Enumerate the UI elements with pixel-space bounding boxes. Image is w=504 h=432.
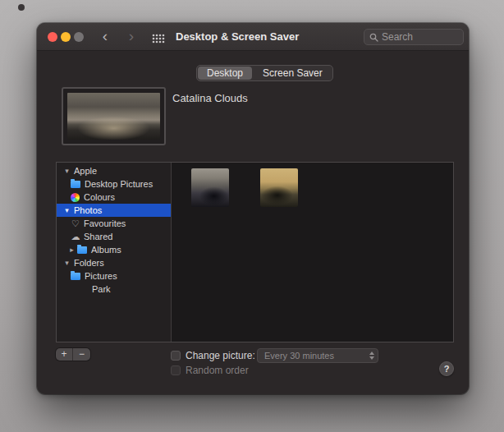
folder-icon — [71, 273, 80, 280]
sidebar-label: Colours — [84, 192, 115, 202]
popup-stepper-icon — [369, 349, 374, 362]
picture-thumbnail-2[interactable] — [260, 168, 298, 207]
minimize-button[interactable] — [61, 32, 71, 42]
interval-value: Every 30 minutes — [264, 351, 334, 361]
picture-thumbnail-1[interactable] — [191, 168, 229, 207]
help-button[interactable]: ? — [439, 361, 454, 376]
folder-icon — [71, 181, 80, 188]
current-picture-name: Catalina Clouds — [172, 92, 248, 104]
back-button[interactable]: ‹ — [98, 23, 112, 51]
disclosure-closed-icon[interactable]: ▸ — [68, 246, 76, 254]
sidebar-group-folders[interactable]: ▾ Folders — [57, 256, 171, 269]
sidebar-group-photos[interactable]: ▾ Photos — [57, 204, 171, 217]
sidebar-item-park[interactable]: Park — [57, 283, 171, 296]
forward-button[interactable]: › — [124, 23, 139, 51]
picture-browser: ▾ Apple Desktop Pictures Colours ▾ Photo… — [56, 162, 454, 342]
sidebar-label: Park — [92, 284, 111, 294]
sidebar-label: Desktop Pictures — [85, 179, 153, 189]
sidebar-item-albums[interactable]: ▸ Albums — [57, 243, 171, 256]
sidebar-item-desktop-pictures[interactable]: Desktop Pictures — [57, 177, 171, 191]
add-remove-control: + − — [56, 348, 90, 361]
tab-bar: Desktop Screen Saver — [196, 65, 333, 81]
current-picture-thumbnail — [67, 93, 160, 140]
sidebar-label: Photos — [74, 205, 102, 215]
cloud-icon: ☁ — [71, 232, 80, 241]
search-field[interactable] — [364, 29, 464, 45]
disclosure-open-icon[interactable]: ▾ — [63, 259, 71, 267]
change-picture-checkbox[interactable] — [171, 351, 181, 361]
sidebar-item-pictures[interactable]: Pictures — [57, 269, 171, 283]
preferences-window: ‹ › Desktop & Screen Saver De — [37, 23, 469, 394]
folder-icon — [77, 246, 87, 254]
disclosure-open-icon[interactable]: ▾ — [63, 206, 71, 214]
sidebar-item-shared[interactable]: ☁ Shared — [57, 230, 171, 243]
tab-desktop[interactable]: Desktop — [198, 67, 252, 80]
add-folder-button[interactable]: + — [56, 348, 73, 361]
sidebar-label: Pictures — [85, 271, 117, 281]
heart-icon: ♡ — [71, 219, 80, 228]
disclosure-open-icon[interactable]: ▾ — [63, 167, 71, 175]
search-icon — [369, 33, 378, 42]
zoom-button[interactable] — [74, 32, 84, 42]
sidebar-label: Shared — [84, 232, 112, 241]
titlebar: ‹ › Desktop & Screen Saver — [37, 23, 469, 51]
search-input[interactable] — [378, 31, 458, 43]
source-sidebar: ▾ Apple Desktop Pictures Colours ▾ Photo… — [57, 163, 172, 342]
sidebar-label: Apple — [74, 166, 97, 176]
interval-popup-button[interactable]: Every 30 minutes — [257, 348, 378, 363]
close-button[interactable] — [48, 32, 57, 42]
sidebar-label: Albums — [91, 245, 121, 255]
random-order-checkbox[interactable] — [171, 365, 181, 375]
color-wheel-icon — [71, 193, 80, 202]
picture-gallery — [172, 163, 453, 342]
sidebar-item-colours[interactable]: Colours — [57, 191, 171, 204]
desktop-artifact-dot — [18, 4, 25, 11]
show-all-grid-icon[interactable] — [152, 32, 165, 42]
sidebar-item-favourites[interactable]: ♡ Favourites — [57, 217, 171, 230]
sidebar-label: Folders — [74, 258, 104, 268]
current-picture-well — [62, 87, 166, 145]
change-picture-label: Change picture: — [186, 350, 255, 361]
sidebar-group-apple[interactable]: ▾ Apple — [57, 164, 171, 177]
tab-screen-saver[interactable]: Screen Saver — [253, 66, 332, 80]
window-title: Desktop & Screen Saver — [176, 23, 299, 51]
remove-folder-button[interactable]: − — [73, 348, 90, 361]
sidebar-label: Favourites — [84, 218, 126, 228]
random-order-label: Random order — [186, 365, 249, 376]
